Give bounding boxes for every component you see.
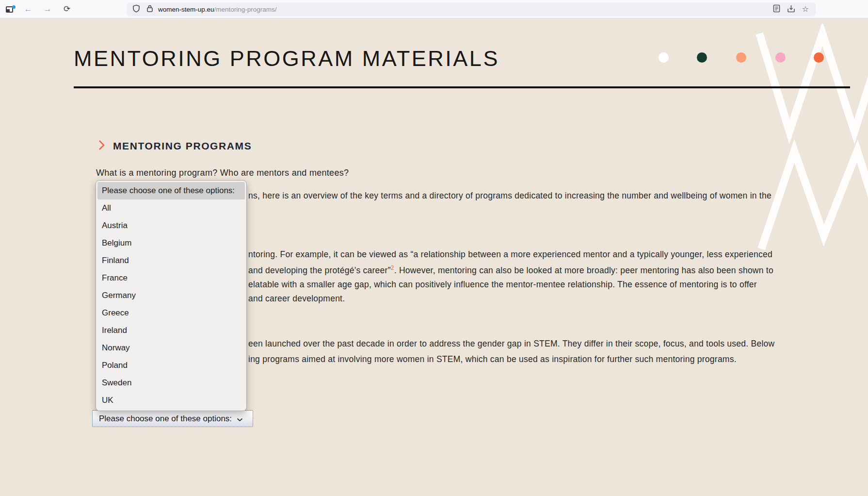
watermark-w-letters [742, 24, 868, 252]
bookmark-star-icon[interactable]: ☆ [802, 5, 809, 13]
firefox-view-icon[interactable] [6, 5, 16, 13]
dropdown-option[interactable]: All [97, 199, 245, 217]
page-content: MENTORING PROGRAM MATERIALS MENTORING PR… [0, 19, 868, 496]
footnote-ref-2: 2 [391, 265, 394, 271]
lock-icon[interactable] [146, 4, 153, 15]
paragraph-fragment: ns, here is an overview of the key terms… [248, 191, 772, 201]
dropdown-option-placeholder[interactable]: Please choose one of these options: [97, 182, 245, 199]
intro-question-text: What is a mentoring program? Who are men… [96, 168, 349, 178]
paragraph-fragment: ntoring. For example, it can be viewed a… [248, 249, 772, 260]
tracking-shield-icon[interactable] [132, 4, 140, 15]
paragraph-fragment: and career development. [248, 294, 345, 304]
save-to-pocket-icon[interactable] [787, 4, 795, 15]
refresh-button[interactable]: ⟳ [60, 4, 74, 14]
window-inner-square [7, 9, 10, 12]
dropdown-option[interactable]: Poland [97, 357, 245, 374]
dropdown-option[interactable]: Greece [97, 304, 245, 322]
url-bar[interactable]: women-stem-up.eu/mentoring-programs/ ☆ [127, 2, 816, 16]
dropdown-option[interactable]: Ireland [97, 322, 245, 339]
section-heading: MENTORING PROGRAMS [98, 140, 252, 152]
palette-dot-white [659, 52, 669, 63]
paragraph-fragment: ing programs aimed at involving more wom… [248, 354, 737, 364]
url-path: /mentoring-programs/ [214, 6, 277, 13]
paragraph-fragment: elatable with a smaller age gap, which c… [248, 280, 757, 290]
url-text: women-stem-up.eu/mentoring-programs/ [158, 6, 277, 13]
dropdown-option[interactable]: Sweden [97, 374, 245, 392]
dropdown-option[interactable]: Austria [97, 217, 245, 234]
url-domain: women-stem-up.eu [158, 6, 214, 13]
palette-dot-orange [814, 52, 824, 63]
palette-dot-pink [775, 52, 786, 63]
country-select[interactable]: Please choose one of these options: [92, 410, 253, 427]
back-button[interactable]: ← [21, 4, 35, 14]
section-heading-label: MENTORING PROGRAMS [113, 140, 252, 152]
dropdown-option[interactable]: Finland [97, 252, 245, 269]
page-title: MENTORING PROGRAM MATERIALS [74, 46, 499, 71]
paragraph-fragment: and developing the protégé’s career”2. H… [248, 265, 773, 276]
dropdown-option[interactable]: UK [97, 392, 245, 409]
dropdown-option[interactable]: Norway [97, 339, 245, 357]
dropdown-option[interactable]: Germany [97, 287, 245, 304]
palette-dot-dark-green [697, 52, 707, 63]
browser-toolbar: ← → ⟳ women-stem-up.eu/mentoring-program… [0, 0, 868, 18]
forward-button[interactable]: → [41, 4, 54, 14]
reader-mode-icon[interactable] [773, 4, 780, 15]
country-dropdown-list: Please choose one of these options:AllAu… [96, 180, 247, 411]
palette-dot-salmon [736, 52, 746, 63]
chevron-right-icon [98, 140, 105, 152]
title-divider [74, 86, 850, 88]
notification-dot [12, 5, 16, 9]
dropdown-option[interactable]: Belgium [97, 234, 245, 252]
dropdown-option[interactable]: France [97, 269, 245, 287]
chevron-down-icon [237, 415, 243, 424]
country-select-label: Please choose one of these options: [99, 414, 232, 424]
paragraph-fragment: een launched over the past decade in ord… [248, 339, 774, 349]
